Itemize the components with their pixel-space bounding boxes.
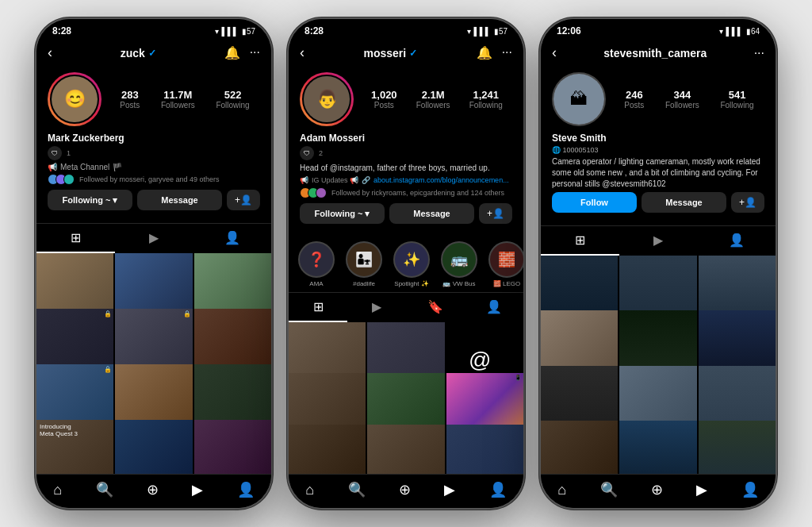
profile-top-3: 🏔 246 Posts 344 Followers 541 <box>552 72 764 126</box>
link-text-2[interactable]: about.instagram.com/blog/announcemen... <box>373 176 509 184</box>
highlight-ring-spotlight: ✨ <box>393 241 430 278</box>
bell-icon-1[interactable]: 🔔 <box>224 45 240 60</box>
menu-icon-1[interactable]: ··· <box>250 45 260 60</box>
profile-name-3: Steve Smith <box>552 133 764 144</box>
message-button-1[interactable]: Message <box>137 190 222 210</box>
followers-value-3: 344 <box>674 89 691 101</box>
username-header-3: stevesmith_camera <box>603 47 707 60</box>
reels-icon-3[interactable]: ▶ <box>696 481 707 498</box>
chevron-down-icon-1: ▾ <box>113 195 117 206</box>
highlights-row-2: ❓ AMA 👨‍👧 #dadlife ✨ Spotlight ✨ 🚌 🚌 VW … <box>289 237 523 292</box>
wifi-icon-2: ▾ <box>467 27 471 36</box>
avatar-wrap-2: 👨 <box>300 72 354 126</box>
search-icon-2[interactable]: 🔍 <box>348 481 366 498</box>
following-label-3: Following <box>720 101 753 110</box>
add-person-button-3[interactable]: +👤 <box>731 192 764 213</box>
tab-grid-3[interactable]: ⊞ <box>541 226 619 256</box>
tab-tagged-3[interactable]: 👤 <box>697 226 776 256</box>
avatar-wrap-1: 😊 <box>48 72 102 126</box>
username-header-2: mosseri ✓ <box>363 47 417 60</box>
phone-stevesmith: 12:06 ▾ ▌▌▌ ▮64 ‹ stevesmith_camera ··· <box>539 17 777 510</box>
mini-avatar-2c <box>316 187 327 198</box>
followed-by-text-2: Followed by rickyroams, epicgardening an… <box>331 189 504 197</box>
home-icon-1[interactable]: ⌂ <box>53 482 62 498</box>
wifi-icon-3: ▾ <box>719 27 723 36</box>
photo-grid-2: ▶ ▶ @ ▶ 📱 <box>289 322 523 474</box>
tab-reels-2[interactable]: ▶ <box>347 293 406 322</box>
tab-reels-3[interactable]: ▶ <box>619 226 698 256</box>
posts-label-3: Posts <box>624 101 644 110</box>
grid-item-2-8: ▶ <box>367 425 444 474</box>
home-icon-2[interactable]: ⌂ <box>305 482 314 498</box>
phones-container: 8:28 ▾ ▌▌▌ ▮57 ‹ zuck ✓ 🔔 ··· <box>35 17 777 510</box>
menu-icon-3[interactable]: ··· <box>754 46 764 60</box>
grid-item-1-11: ▶ <box>115 420 192 474</box>
bell-icon-2[interactable]: 🔔 <box>477 45 492 60</box>
highlight-lego[interactable]: 🧱 🧱 LEGO <box>487 241 523 287</box>
add-icon-3[interactable]: ⊕ <box>651 481 663 498</box>
stat-posts-1: 283 Posts <box>120 89 140 110</box>
highlight-dadlife[interactable]: 👨‍👧 #dadlife <box>344 241 384 287</box>
grid-item-1-12 <box>194 420 271 474</box>
tab-reels-1[interactable]: ▶ <box>115 224 193 253</box>
chevron-down-icon-2: ▾ <box>365 209 370 219</box>
badge-row-2: 🛡 2 <box>300 146 512 160</box>
tab-grid-1[interactable]: ⊞ <box>36 224 115 253</box>
following-label-1: Following <box>216 101 249 110</box>
bottom-nav-2: ⌂ 🔍 ⊕ ▶ 👤 <box>289 474 523 508</box>
add-icon-1[interactable]: ⊕ <box>147 481 159 498</box>
reels-icon-2[interactable]: ▶ <box>444 481 455 498</box>
following-button-2[interactable]: Following ~ ▾ <box>300 203 385 224</box>
home-icon-3[interactable]: ⌂ <box>557 482 566 498</box>
stat-following-3: 541 Following <box>720 89 753 110</box>
back-button-3[interactable]: ‹ <box>552 44 557 61</box>
badge-label-2: 2 <box>319 149 323 157</box>
message-button-2[interactable]: Message <box>389 203 474 224</box>
stats-row-1: 283 Posts 11.7M Followers 522 Following <box>109 89 260 110</box>
tab-tagged-1[interactable]: 👤 <box>193 224 271 253</box>
profile-tabs-3: ⊞ ▶ 👤 <box>541 225 776 256</box>
wifi-icon-1: ▾ <box>215 27 219 36</box>
profile-tabs-1: ⊞ ▶ 👤 <box>36 223 271 253</box>
battery-icon-2: ▮57 <box>494 27 508 36</box>
profile-top-2: 👨 1,020 Posts 2.1M Followers <box>300 72 512 126</box>
tab-grid-2[interactable]: ⊞ <box>289 293 347 322</box>
avatar-inner-1: 😊 <box>50 75 99 124</box>
avatar-img-1: 😊 <box>52 76 98 122</box>
grid-item-3-10 <box>541 421 618 474</box>
following-btn-text-1: Following ~ <box>63 195 111 205</box>
followers-label-2: Followers <box>416 101 450 110</box>
highlight-ama[interactable]: ❓ AMA <box>297 241 336 287</box>
profile-top-1: 😊 283 Posts 11.7M Followers <box>48 72 260 126</box>
tab-saved-2[interactable]: 🔖 <box>406 293 465 322</box>
follow-button-3[interactable]: Follow <box>552 192 637 213</box>
tab-tagged-2[interactable]: 👤 <box>465 293 523 322</box>
back-button-1[interactable]: ‹ <box>48 44 52 61</box>
highlight-vwbus[interactable]: 🚌 🚌 VW Bus <box>439 241 479 287</box>
battery-icon-3: ▮64 <box>746 27 760 36</box>
search-icon-1[interactable]: 🔍 <box>96 481 113 498</box>
back-button-2[interactable]: ‹ <box>300 44 304 61</box>
profile-icon-1[interactable]: 👤 <box>237 481 255 498</box>
add-icon-2[interactable]: ⊕ <box>399 481 411 498</box>
add-person-button-2[interactable]: +👤 <box>479 203 512 224</box>
followed-avatars-1 <box>48 174 75 185</box>
signal-icon-3: ▌▌▌ <box>726 27 743 36</box>
profile-icon-2[interactable]: 👤 <box>489 481 507 498</box>
verified-badge-1: ✓ <box>148 48 156 59</box>
profile-icon-3[interactable]: 👤 <box>741 481 759 498</box>
reels-icon-1[interactable]: ▶ <box>192 481 203 498</box>
grid-item-1-10: IntroducingMeta Quest 3 <box>36 420 113 474</box>
message-button-3[interactable]: Message <box>642 192 726 213</box>
highlight-ring-dadlife: 👨‍👧 <box>346 241 382 278</box>
highlight-spotlight[interactable]: ✨ Spotlight ✨ <box>392 241 431 287</box>
search-icon-3[interactable]: 🔍 <box>600 481 618 498</box>
following-button-1[interactable]: Following ~ ▾ <box>48 190 132 210</box>
bottom-nav-3: ⌂ 🔍 ⊕ ▶ 👤 <box>541 474 776 508</box>
posts-value-1: 283 <box>121 89 139 101</box>
menu-icon-2[interactable]: ··· <box>502 45 512 60</box>
svg-text:@: @ <box>469 348 491 372</box>
add-person-button-1[interactable]: +👤 <box>227 190 260 210</box>
action-buttons-1: Following ~ ▾ Message +👤 <box>48 190 260 210</box>
header-icons-3: ··· <box>754 46 764 60</box>
